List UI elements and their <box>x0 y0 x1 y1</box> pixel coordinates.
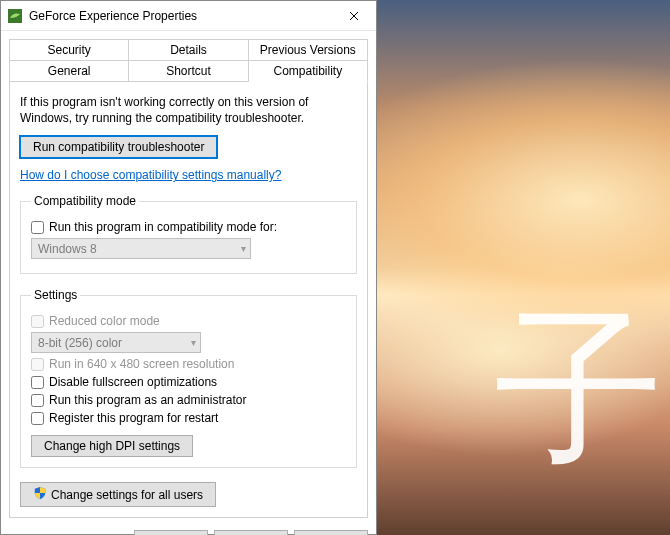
cancel-button[interactable]: Cancel <box>214 530 288 535</box>
run-admin-label: Run this program as an administrator <box>49 393 246 407</box>
change-all-users-label: Change settings for all users <box>51 488 203 502</box>
reduced-color-checkbox <box>31 315 44 328</box>
low-res-row: Run in 640 x 480 screen resolution <box>31 357 346 371</box>
high-dpi-button[interactable]: Change high DPI settings <box>31 435 193 457</box>
settings-group: Settings Reduced color mode 8-bit (256) … <box>20 288 357 468</box>
tab-security[interactable]: Security <box>9 39 129 60</box>
compat-mode-checkbox[interactable] <box>31 221 44 234</box>
compat-mode-select[interactable]: Windows 8 ▾ <box>31 238 251 259</box>
ok-button[interactable]: OK <box>134 530 208 535</box>
register-restart-checkbox[interactable] <box>31 412 44 425</box>
chevron-down-icon: ▾ <box>241 243 246 254</box>
app-icon <box>7 8 23 24</box>
tab-strip: Security Details Previous Versions Gener… <box>1 31 376 82</box>
compatibility-mode-group: Compatibility mode Run this program in c… <box>20 194 357 274</box>
reduced-color-label: Reduced color mode <box>49 314 160 328</box>
compatibility-mode-legend: Compatibility mode <box>31 194 139 208</box>
help-text: If this program isn't working correctly … <box>20 94 357 126</box>
compat-mode-value: Windows 8 <box>38 242 97 256</box>
titlebar: GeForce Experience Properties <box>1 1 376 31</box>
properties-dialog: GeForce Experience Properties Security D… <box>0 0 377 535</box>
tab-compatibility[interactable]: Compatibility <box>249 60 368 82</box>
color-mode-value: 8-bit (256) color <box>38 336 122 350</box>
compat-mode-checkbox-row[interactable]: Run this program in compatibility mode f… <box>31 220 346 234</box>
low-res-checkbox <box>31 358 44 371</box>
reduced-color-row: Reduced color mode <box>31 314 346 328</box>
tab-previous-versions[interactable]: Previous Versions <box>249 39 368 60</box>
low-res-label: Run in 640 x 480 screen resolution <box>49 357 234 371</box>
disable-fullscreen-row[interactable]: Disable fullscreen optimizations <box>31 375 346 389</box>
manual-settings-link[interactable]: How do I choose compatibility settings m… <box>20 168 281 182</box>
close-button[interactable] <box>332 1 376 30</box>
shield-icon <box>33 486 47 503</box>
disable-fullscreen-checkbox[interactable] <box>31 376 44 389</box>
tab-details[interactable]: Details <box>129 39 248 60</box>
dialog-button-bar: OK Cancel Apply <box>1 524 376 535</box>
change-all-users-button[interactable]: Change settings for all users <box>20 482 216 507</box>
run-troubleshooter-button[interactable]: Run compatibility troubleshooter <box>20 136 217 158</box>
settings-legend: Settings <box>31 288 80 302</box>
apply-button[interactable]: Apply <box>294 530 368 535</box>
compat-mode-label: Run this program in compatibility mode f… <box>49 220 277 234</box>
window-title: GeForce Experience Properties <box>29 9 332 23</box>
register-restart-label: Register this program for restart <box>49 411 218 425</box>
close-icon <box>349 11 359 21</box>
tab-panel-compatibility: If this program isn't working correctly … <box>9 82 368 518</box>
register-restart-row[interactable]: Register this program for restart <box>31 411 346 425</box>
tab-general[interactable]: General <box>9 60 129 82</box>
run-admin-row[interactable]: Run this program as an administrator <box>31 393 346 407</box>
disable-fullscreen-label: Disable fullscreen optimizations <box>49 375 217 389</box>
tab-shortcut[interactable]: Shortcut <box>129 60 248 82</box>
chevron-down-icon: ▾ <box>191 337 196 348</box>
run-admin-checkbox[interactable] <box>31 394 44 407</box>
color-mode-select: 8-bit (256) color ▾ <box>31 332 201 353</box>
